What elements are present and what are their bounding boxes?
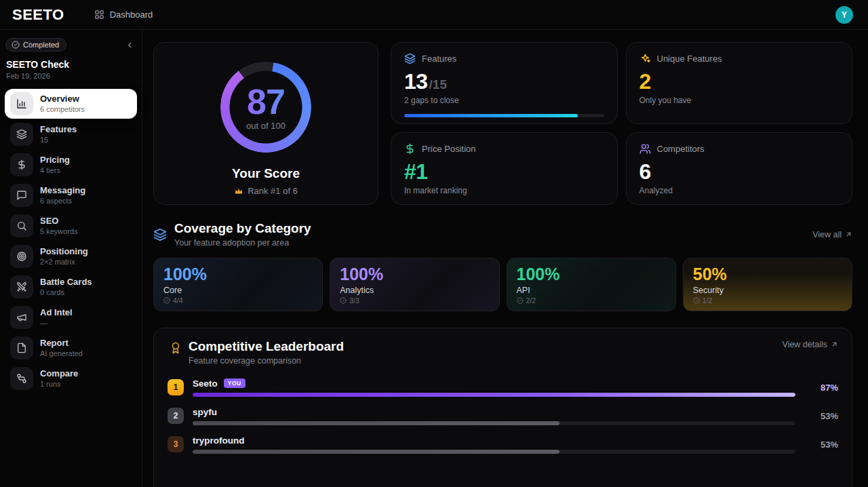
stat-label: Features: [422, 54, 456, 64]
report-date: Feb 19, 2026: [6, 72, 136, 80]
sparkles-icon: [639, 53, 651, 64]
status-badge: Completed: [5, 38, 66, 52]
category-cards: 100%Core4/4100%Analytics3/3100%API2/250%…: [153, 258, 852, 311]
sidebar-item-label: SEO: [40, 216, 78, 227]
view-details-link[interactable]: View details: [783, 340, 838, 349]
megaphone-icon: [10, 306, 33, 329]
coverage-percent: 87%: [804, 383, 838, 393]
sidebar-item-sub: 1 runs: [40, 379, 78, 389]
sidebar-item-compare[interactable]: Compare1 runs: [5, 364, 137, 393]
stat-progress-bar: [404, 114, 604, 117]
users-icon: [639, 143, 651, 155]
user-avatar[interactable]: Y: [835, 6, 853, 24]
coverage-bar: [193, 450, 795, 454]
score-out-of: out of 100: [246, 121, 285, 131]
sidebar-item-overview[interactable]: Overview6 competitors: [5, 89, 137, 119]
nav-dashboard-label: Dashboard: [110, 9, 153, 20]
dollar-icon: [404, 143, 416, 155]
bar-chart-icon: [10, 92, 33, 115]
sidebar-item-sub: 4 tiers: [40, 165, 70, 175]
sidebar-item-report[interactable]: ReportAI generated: [5, 333, 137, 363]
score-rank: Rank #1 of 6: [234, 186, 298, 196]
category-card-analytics[interactable]: 100%Analytics3/3: [330, 258, 499, 311]
sidebar-item-positioning[interactable]: Positioning2×2 matrix: [5, 241, 137, 271]
file-icon: [10, 336, 33, 359]
score-value: 87: [247, 84, 285, 119]
stat-value-suffix: /15: [429, 77, 447, 92]
leaderboard-card: Competitive Leaderboard Feature coverage…: [153, 328, 852, 487]
category-card-security[interactable]: 50%Security1/2: [683, 258, 852, 311]
category-name: Core: [163, 286, 313, 295]
sidebar-item-label: Compare: [40, 368, 78, 379]
score-card: 87 out of 100 Your Score Rank #1 of 6: [153, 42, 378, 205]
leaderboard-row-spyfu[interactable]: 2spyfu53%: [167, 407, 838, 425]
sidebar-item-messaging[interactable]: Messaging6 aspects: [5, 180, 137, 210]
main-content: Schedule Run again Export PDF 87 out of …: [142, 0, 868, 487]
coverage-section: Coverage by Category Your feature adopti…: [153, 222, 852, 311]
stat-cards: Features13/152 gaps to closeUnique Featu…: [391, 42, 852, 205]
top-nav: SEETO Dashboard Y: [0, 0, 868, 30]
category-name: Security: [693, 286, 842, 295]
sidebar-item-sub: 5 keywords: [40, 227, 78, 236]
category-name: Analytics: [340, 286, 489, 295]
sidebar-item-sub: —: [40, 318, 73, 328]
sidebar-nav: Overview6 competitorsFeatures15Pricing4 …: [5, 89, 137, 393]
stat-card-features: Features13/152 gaps to close: [391, 42, 618, 124]
check-circle-icon: [12, 41, 20, 49]
sidebar-item-sub: 6 aspects: [40, 196, 85, 206]
sidebar-item-label: Messaging: [40, 185, 85, 196]
sidebar-item-label: Ad Intel: [40, 307, 73, 318]
dashboard-grid-icon: [94, 9, 104, 20]
sidebar-item-ad-intel[interactable]: Ad Intel—: [5, 303, 137, 332]
category-count: 2/2: [517, 296, 666, 305]
stat-value: 13: [404, 71, 428, 92]
message-icon: [10, 184, 33, 207]
report-title: SEETO Check: [6, 59, 136, 70]
check-circle-icon: [340, 297, 347, 304]
competitor-name: Seeto: [193, 378, 218, 389]
category-count: 1/2: [693, 296, 842, 305]
leaderboard-rows: 1SeetoYOU87%2spyfu53%3tryprofound53%: [167, 378, 838, 454]
coverage-subtitle: Your feature adoption per area: [174, 238, 311, 248]
leaderboard-row-seeto[interactable]: 1SeetoYOU87%: [167, 378, 838, 397]
sidebar-item-pricing[interactable]: Pricing4 tiers: [5, 150, 137, 180]
stat-value: 6: [639, 161, 651, 182]
sidebar-item-label: Battle Cards: [40, 277, 92, 288]
score-title: Your Score: [232, 166, 300, 181]
score-rank-label: Rank #1 of 6: [248, 186, 298, 196]
stat-value: #1: [404, 161, 428, 182]
sidebar-item-battle-cards[interactable]: Battle Cards0 cards: [5, 272, 137, 302]
arrow-up-right-icon: [831, 340, 838, 348]
category-card-api[interactable]: 100%API2/2: [507, 258, 676, 311]
category-card-core[interactable]: 100%Core4/4: [153, 258, 323, 311]
sidebar-collapse-button[interactable]: [125, 41, 134, 50]
view-all-link[interactable]: View all: [812, 230, 852, 239]
category-count: 3/3: [340, 296, 489, 305]
layers-icon: [404, 53, 416, 64]
sidebar-item-seo[interactable]: SEO5 keywords: [5, 211, 137, 241]
coverage-bar: [193, 421, 795, 425]
leaderboard-subtitle: Feature coverage comparison: [189, 356, 344, 366]
sidebar: Completed SEETO Check Feb 19, 2026 Overv…: [0, 30, 142, 487]
nav-dashboard[interactable]: Dashboard: [94, 9, 153, 20]
stat-sub: Analyzed: [639, 186, 840, 195]
leaderboard-title: Competitive Leaderboard: [189, 340, 344, 354]
stat-label: Unique Features: [657, 54, 722, 64]
layers-icon: [153, 228, 167, 241]
sidebar-item-sub: 2×2 matrix: [40, 257, 88, 267]
app-logo[interactable]: SEETO: [12, 6, 64, 24]
compare-icon: [10, 367, 33, 390]
leaderboard-row-tryprofound[interactable]: 3tryprofound53%: [167, 435, 838, 454]
stat-card-unique-features: Unique Features2Only you have: [626, 42, 853, 124]
chevron-left-icon: [125, 41, 134, 50]
sidebar-item-sub: 15: [40, 135, 77, 144]
sidebar-item-features[interactable]: Features15: [5, 119, 137, 149]
stat-sub: Only you have: [639, 96, 840, 105]
stat-label: Competitors: [657, 144, 705, 154]
target-icon: [10, 245, 33, 268]
stat-label: Price Position: [422, 144, 475, 154]
swords-icon: [10, 275, 33, 298]
sidebar-item-label: Features: [40, 124, 77, 135]
coverage-bar: [193, 393, 795, 397]
check-circle-icon: [517, 297, 524, 304]
